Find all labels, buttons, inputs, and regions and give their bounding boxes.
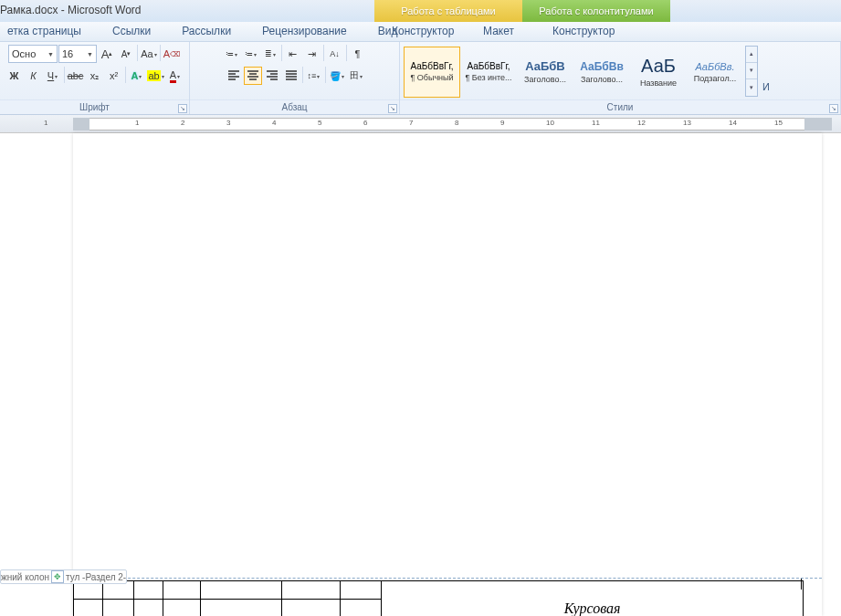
clear-format-button[interactable]: A⌫	[163, 45, 181, 63]
ruler-tick: 2	[181, 119, 184, 127]
underline-button[interactable]: Ч▾	[44, 67, 62, 85]
tab-pagelayout[interactable]: етка страницы	[0, 22, 89, 41]
style-item-1[interactable]: АаБбВвГг,¶ Без инте...	[460, 47, 517, 98]
multilevel-button[interactable]: ≣▾	[261, 45, 279, 63]
context-tab-headers[interactable]: Работа с колонтитулами	[522, 0, 670, 22]
ruler-tick: 13	[683, 119, 691, 127]
style-item-0[interactable]: АаБбВвГг,¶ Обычный	[404, 47, 460, 98]
style-preview: АаБбВвГг,	[410, 61, 453, 71]
strike-button[interactable]: abc	[67, 67, 85, 85]
group-styles: АаБбВвГг,¶ ОбычныйАаБбВвГг,¶ Без инте...…	[400, 42, 841, 114]
numbering-button[interactable]: ≔▾	[242, 45, 260, 63]
font-launcher[interactable]: ↘	[178, 104, 187, 113]
change-styles-button[interactable]: И	[760, 50, 773, 92]
style-name: ¶ Без инте...	[465, 73, 511, 82]
tab-review[interactable]: Рецензирование	[255, 22, 354, 41]
style-name: Подзагол...	[694, 74, 736, 83]
line-spacing-button[interactable]: ↕≡▾	[305, 67, 323, 85]
ribbon-tabs: етка страницы Ссылки Рассылки Рецензиров…	[0, 22, 841, 42]
borders-button[interactable]: 田▾	[347, 67, 365, 85]
style-preview: АаБбВв.	[696, 61, 735, 72]
styles-launcher[interactable]: ↘	[829, 104, 838, 113]
text-effects-button[interactable]: A▾	[128, 67, 146, 85]
style-preview: АаБбВ	[525, 59, 565, 73]
gallery-scroll[interactable]: ▴▾▾	[745, 46, 758, 97]
style-item-3[interactable]: АаБбВвЗаголово...	[573, 47, 630, 98]
footer-section-tag[interactable]: жний колон ✥ тул -Раздел 2-	[0, 569, 127, 584]
footer-tag-left: жний колон	[1, 572, 49, 582]
document-area[interactable]: жний колон ✥ тул -Раздел 2- Курсовая Изм…	[0, 133, 841, 616]
increase-indent-button[interactable]: ⇥	[303, 45, 321, 63]
ruler-tick: 4	[272, 119, 276, 127]
tab-table-design[interactable]: Конструктор	[384, 22, 461, 41]
style-name: ¶ Обычный	[410, 73, 453, 82]
titlebar: Рамка.docx - Microsoft Word Работа с таб…	[0, 0, 841, 22]
align-right-button[interactable]	[263, 67, 281, 85]
shrink-font-button[interactable]: A▾	[117, 45, 135, 63]
ruler-tick: 3	[226, 119, 230, 127]
group-styles-label: Стили↘	[400, 99, 840, 114]
group-font-label: Шрифт↘	[0, 99, 189, 114]
title-block-table[interactable]: Курсовая Изм. Лист № докум. Подпись Дата…	[73, 580, 804, 616]
bullets-button[interactable]: ≔▾	[223, 45, 241, 63]
style-name: Заголово...	[524, 75, 566, 84]
show-marks-button[interactable]: ¶	[349, 45, 367, 63]
style-preview: АаБ	[641, 56, 676, 77]
decrease-indent-button[interactable]: ⇤	[284, 45, 302, 63]
change-case-button[interactable]: Aa▾	[140, 45, 158, 63]
page[interactable]	[73, 133, 822, 616]
tab-mailings[interactable]: Рассылки	[174, 22, 238, 41]
context-tab-tables[interactable]: Работа с таблицами	[374, 0, 522, 22]
ruler-tick: 7	[409, 119, 413, 127]
move-handle-icon[interactable]: ✥	[51, 570, 64, 583]
style-item-4[interactable]: АаБНазвание	[630, 47, 687, 98]
ruler-tick: 8	[455, 119, 458, 127]
group-paragraph-label: Абзац↘	[190, 99, 399, 114]
cell-course[interactable]: Курсовая	[382, 581, 804, 617]
ribbon: Осно▼ 16▼ A▴ A▾ Aa▾ A⌫ Ж К Ч▾ abc x₂ x² …	[0, 42, 841, 115]
ruler-tick: 14	[729, 119, 737, 127]
tab-header-design[interactable]: Конструктор	[545, 22, 622, 41]
paragraph-launcher[interactable]: ↘	[388, 104, 397, 113]
ruler-tick: 11	[592, 119, 600, 127]
style-item-5[interactable]: АаБбВв.Подзагол...	[687, 47, 743, 98]
group-font: Осно▼ 16▼ A▴ A▾ Aa▾ A⌫ Ж К Ч▾ abc x₂ x² …	[0, 42, 190, 114]
align-center-button[interactable]	[244, 67, 262, 85]
horizontal-ruler[interactable]: 1123456789101112131415	[0, 115, 841, 133]
superscript-button[interactable]: x²	[105, 67, 123, 85]
style-name: Название	[640, 78, 677, 88]
style-gallery[interactable]: АаБбВвГг,¶ ОбычныйАаБбВвГг,¶ Без инте...…	[404, 45, 743, 98]
subscript-button[interactable]: x₂	[86, 67, 104, 85]
ruler-tick: 12	[637, 119, 646, 127]
grow-font-button[interactable]: A▴	[98, 45, 116, 63]
highlight-button[interactable]: ab▾	[147, 67, 165, 85]
ruler-tick: 1	[135, 119, 139, 127]
window-title: Рамка.docx - Microsoft Word	[0, 4, 142, 16]
font-size-combo[interactable]: 16▼	[58, 45, 97, 63]
align-left-button[interactable]	[225, 67, 243, 85]
ruler-tick: 1	[44, 119, 47, 127]
ruler-tick: 9	[500, 119, 504, 127]
style-preview: АаБбВв	[580, 60, 624, 73]
shading-button[interactable]: 🪣▾	[328, 67, 346, 85]
align-justify-button[interactable]	[282, 67, 300, 85]
tab-references[interactable]: Ссылки	[105, 22, 158, 41]
ruler-tick: 5	[318, 119, 321, 127]
footer-boundary	[73, 578, 822, 579]
text-cursor	[801, 579, 808, 590]
italic-button[interactable]: К	[25, 67, 43, 85]
style-item-2[interactable]: АаБбВЗаголово...	[517, 47, 573, 98]
group-paragraph: ≔▾ ≔▾ ≣▾ ⇤ ⇥ A↓ ¶ ↕≡▾ 🪣▾ 田▾	[190, 42, 400, 114]
style-name: Заголово...	[581, 75, 623, 84]
font-size-value: 16	[62, 48, 73, 59]
font-name-combo[interactable]: Осно▼	[8, 45, 58, 63]
font-color-button[interactable]: A▾	[166, 67, 184, 85]
bold-button[interactable]: Ж	[5, 67, 24, 85]
ruler-tick: 15	[774, 119, 783, 127]
ruler-tick: 10	[546, 119, 554, 127]
tab-table-layout[interactable]: Макет	[476, 22, 521, 41]
style-preview: АаБбВвГг,	[467, 61, 510, 71]
ruler-tick: 6	[363, 119, 367, 127]
footer-tag-right: тул -Раздел 2-	[66, 572, 126, 582]
sort-button[interactable]: A↓	[326, 45, 344, 63]
